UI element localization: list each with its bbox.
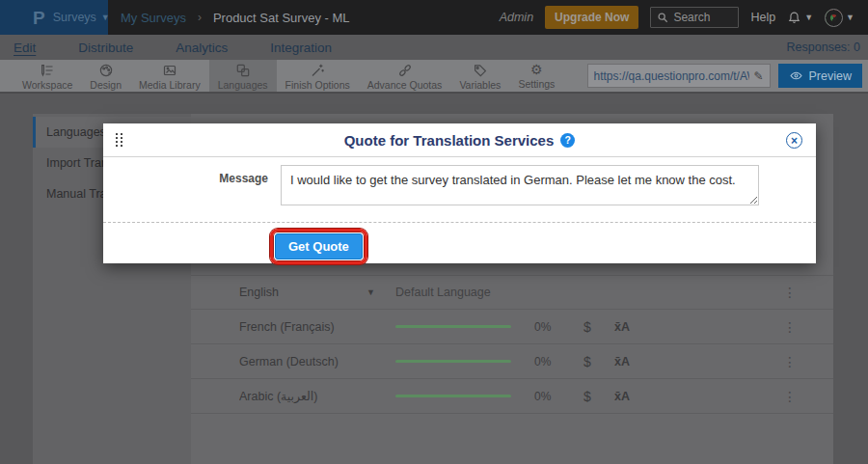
header-actions: Admin Upgrade Now Help ▼ ▼ bbox=[500, 6, 868, 29]
breadcrumb-separator-icon: › bbox=[198, 11, 202, 24]
table-row-default-language: English ▼ Default Language ⋮ bbox=[191, 275, 833, 310]
breadcrumb-my-surveys[interactable]: My Surveys bbox=[121, 11, 186, 25]
account-menu-button[interactable]: ▼ bbox=[825, 9, 854, 27]
modal-header: Quote for Translation Services ? × bbox=[103, 123, 816, 157]
tab-integration[interactable]: Integration bbox=[270, 41, 332, 55]
survey-url-text: https://qa.questionpro.com/t/AW bbox=[594, 69, 750, 83]
admin-label: Admin bbox=[500, 11, 533, 24]
palette-icon bbox=[98, 63, 114, 78]
notifications-button[interactable]: ▼ bbox=[787, 11, 813, 25]
breadcrumb: My Surveys › Product Sat Survey - ML bbox=[121, 11, 350, 25]
gear-icon: ⚙ bbox=[530, 63, 543, 77]
annotation-highlight-ring: Get Quote bbox=[270, 229, 367, 264]
modal-title: Quote for Translation Services bbox=[344, 132, 555, 149]
quote-translation-modal: Quote for Translation Services ? × Messa… bbox=[103, 123, 816, 263]
help-link[interactable]: Help bbox=[750, 11, 775, 24]
toolbar-item-variables[interactable]: Variables bbox=[450, 60, 509, 92]
chain-icon bbox=[397, 63, 413, 78]
top-header: P Surveys ▼ My Surveys › Product Sat Sur… bbox=[0, 0, 868, 35]
upgrade-now-button[interactable]: Upgrade Now bbox=[545, 6, 638, 29]
toolbar-label: Settings bbox=[518, 78, 555, 90]
help-icon[interactable]: ? bbox=[560, 133, 575, 148]
search-input[interactable] bbox=[673, 11, 731, 24]
language-name: German (Deutsch) bbox=[239, 355, 366, 368]
toolbar-label: Design bbox=[90, 79, 122, 91]
toolbar-item-media-library[interactable]: Media Library bbox=[130, 60, 209, 92]
survey-url-group: https://qa.questionpro.com/t/AW ✎ Previe… bbox=[587, 60, 868, 92]
surveys-menu-button[interactable]: Surveys ▼ bbox=[53, 11, 110, 24]
tab-analytics[interactable]: Analytics bbox=[176, 41, 228, 55]
product-menu[interactable]: P Surveys ▼ bbox=[0, 0, 108, 35]
toolbar-item-design[interactable]: Design bbox=[81, 60, 130, 92]
survey-url-field[interactable]: https://qa.questionpro.com/t/AW ✎ bbox=[587, 64, 771, 88]
global-search[interactable] bbox=[650, 7, 739, 28]
responses-count: Responses: 0 bbox=[787, 41, 860, 54]
translation-progress-bar bbox=[395, 395, 511, 397]
language-name: French (Français) bbox=[239, 320, 366, 334]
app-window: P Surveys ▼ My Surveys › Product Sat Sur… bbox=[0, 0, 868, 464]
toolbar-label: Workspace bbox=[22, 79, 72, 91]
translate-icon[interactable]: x̄A bbox=[610, 355, 635, 368]
bell-icon bbox=[787, 11, 801, 25]
toolbar-item-workspace[interactable]: Workspace bbox=[14, 60, 81, 92]
close-icon[interactable]: × bbox=[786, 132, 802, 149]
modal-body: Message I would like to get the survey t… bbox=[103, 157, 816, 222]
get-quote-button[interactable]: Get Quote bbox=[275, 233, 363, 259]
preview-button[interactable]: Preview bbox=[778, 64, 862, 88]
language-name: English bbox=[239, 286, 366, 299]
tag-icon bbox=[473, 63, 488, 78]
toolbar-label: Finish Options bbox=[285, 79, 350, 91]
tab-distribute[interactable]: Distribute bbox=[78, 41, 133, 55]
edit-url-icon[interactable]: ✎ bbox=[753, 69, 763, 83]
table-row-french: French (Français) 0% $ x̄A ⋮ bbox=[191, 310, 833, 344]
quote-dollar-icon[interactable]: $ bbox=[577, 389, 598, 404]
row-menu-icon[interactable]: ⋮ bbox=[783, 354, 797, 369]
row-menu-icon[interactable]: ⋮ bbox=[783, 389, 797, 404]
search-icon bbox=[657, 12, 668, 23]
row-menu-icon[interactable]: ⋮ bbox=[783, 319, 797, 335]
chevron-down-icon[interactable]: ▼ bbox=[366, 287, 395, 297]
languages-table: English ▼ Default Language ⋮ French (Fra… bbox=[191, 275, 833, 414]
chevron-down-icon: ▼ bbox=[101, 14, 110, 22]
toolbar-item-advance-quotas[interactable]: Advance Quotas bbox=[359, 60, 451, 92]
progress-percent: 0% bbox=[534, 320, 563, 334]
chevron-down-icon: ▼ bbox=[846, 14, 854, 22]
quote-dollar-icon[interactable]: $ bbox=[577, 319, 598, 335]
eye-icon bbox=[789, 70, 803, 81]
edit-toolbar: Workspace Design Media Library Languages bbox=[0, 60, 868, 94]
toolbar-label: Media Library bbox=[139, 79, 201, 91]
quote-dollar-icon[interactable]: $ bbox=[577, 354, 598, 369]
image-icon bbox=[162, 63, 177, 78]
chevron-down-icon: ▼ bbox=[804, 14, 813, 22]
modal-footer: Get Quote bbox=[103, 222, 816, 264]
toolbar-item-finish-options[interactable]: Finish Options bbox=[277, 60, 359, 92]
message-textarea[interactable]: I would like to get the survey translate… bbox=[281, 165, 759, 205]
translate-icon[interactable]: x̄A bbox=[610, 390, 635, 403]
wand-icon bbox=[310, 63, 325, 78]
table-row-german: German (Deutsch) 0% $ x̄A ⋮ bbox=[191, 344, 833, 379]
toolbar-label: Advance Quotas bbox=[367, 79, 443, 91]
survey-nav-tabs: Edit Distribute Analytics Integration Re… bbox=[0, 35, 868, 60]
toolbar-label: Variables bbox=[459, 79, 501, 91]
translation-progress-bar bbox=[395, 360, 511, 363]
languages-icon bbox=[235, 63, 251, 78]
workspace-icon bbox=[40, 63, 55, 78]
progress-percent: 0% bbox=[534, 355, 563, 368]
tab-edit[interactable]: Edit bbox=[14, 41, 36, 55]
table-row-arabic: Arabic (العربية) 0% $ x̄A ⋮ bbox=[191, 379, 833, 414]
sidebar-item-label: Languages bbox=[46, 125, 106, 139]
progress-percent: 0% bbox=[534, 390, 563, 403]
breadcrumb-current-survey: Product Sat Survey - ML bbox=[213, 11, 350, 25]
translate-icon[interactable]: x̄A bbox=[610, 320, 635, 334]
avatar bbox=[825, 9, 843, 27]
toolbar-item-settings[interactable]: ⚙ Settings bbox=[509, 60, 563, 92]
toolbar-item-languages[interactable]: Languages bbox=[209, 60, 277, 92]
message-label: Message bbox=[103, 165, 281, 185]
surveys-menu-label: Surveys bbox=[53, 11, 96, 24]
default-language-note: Default Language bbox=[395, 286, 491, 299]
row-menu-icon[interactable]: ⋮ bbox=[783, 285, 797, 300]
language-name: Arabic (العربية) bbox=[239, 389, 366, 403]
questionpro-logo-icon: P bbox=[33, 9, 45, 27]
toolbar-label: Languages bbox=[218, 79, 268, 91]
drag-handle-icon[interactable] bbox=[116, 133, 123, 147]
